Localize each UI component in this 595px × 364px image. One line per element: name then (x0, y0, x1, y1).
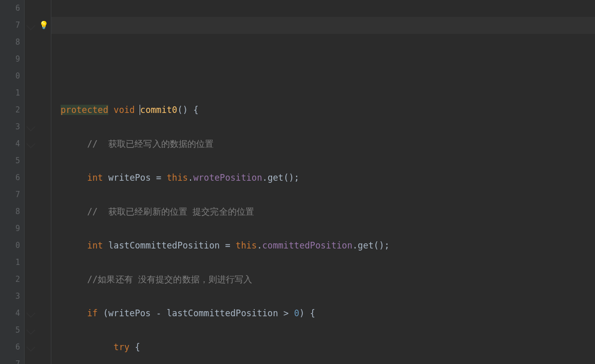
line-number: 7 (0, 186, 20, 203)
fold-toggle-icon[interactable] (27, 326, 35, 335)
line-number: 7 (0, 17, 20, 34)
line-number: 6 (0, 339, 20, 356)
fold-toggle-icon[interactable] (27, 309, 35, 318)
variable: lastCommittedPosition (103, 240, 225, 251)
code-area[interactable]: protected void commit0() { // 获取已经写入的数据的… (51, 0, 595, 364)
line-number: 1 (0, 254, 20, 271)
line-number: 3 (0, 288, 20, 305)
comment: // 获取已经写入的数据的位置 (87, 139, 214, 149)
fold-toggle-icon[interactable] (27, 343, 35, 352)
field-ref: committedPosition (262, 240, 353, 251)
fold-toggle-icon[interactable] (27, 123, 35, 131)
variable: writePos (103, 173, 156, 183)
comment: //如果还有 没有提交的数据，则进行写入 (87, 274, 253, 284)
keyword-int: int (87, 240, 103, 251)
line-number: 2 (0, 102, 20, 119)
line-number: 4 (0, 305, 20, 322)
code-editor[interactable]: 6 7 8 9 0 1 2 3 4 5 6 7 8 9 0 1 2 3 4 5 … (0, 0, 595, 364)
keyword-this: this (167, 173, 188, 183)
brace-open: { (129, 342, 140, 352)
line-number: 5 (0, 322, 20, 339)
line-number: 5 (0, 152, 20, 169)
keyword-if: if (87, 308, 98, 318)
fold-toggle-icon[interactable] (27, 22, 35, 30)
line-number: 9 (0, 220, 20, 237)
line-number: 2 (0, 271, 20, 288)
code-text[interactable]: protected void commit0() { // 获取已经写入的数据的… (51, 51, 595, 364)
line-number: 9 (0, 51, 20, 68)
intention-bulb-icon[interactable]: 💡 (39, 21, 47, 29)
brace-open: { (188, 105, 199, 115)
comment: // 获取已经刷新的位置 提交完全的位置 (87, 206, 254, 217)
editor-annotations-gutter: 💡 (25, 0, 51, 364)
method-call: get (358, 240, 374, 251)
operator-assign: = (156, 173, 161, 183)
number-literal: 0 (294, 308, 299, 318)
line-number-gutter: 6 7 8 9 0 1 2 3 4 5 6 7 8 9 0 1 2 3 4 5 … (0, 0, 25, 364)
field-ref: wrotePosition (193, 173, 262, 183)
line-number: 0 (0, 68, 20, 85)
fold-toggle-icon[interactable] (27, 140, 35, 148)
keyword-void: void (113, 105, 135, 115)
brace-open: { (304, 308, 315, 318)
keyword-protected: protected (61, 105, 108, 115)
line-number: 1 (0, 85, 20, 102)
line-number: 7 (0, 356, 20, 364)
method-call: get (267, 173, 283, 183)
current-line-highlight (51, 17, 595, 34)
line-number: 6 (0, 0, 20, 17)
line-number: 8 (0, 203, 20, 220)
keyword-int: int (87, 173, 103, 183)
line-number: 8 (0, 34, 20, 51)
line-number: 4 (0, 136, 20, 152)
keyword-this: this (236, 240, 257, 251)
line-number: 3 (0, 119, 20, 136)
parentheses: () (177, 105, 188, 115)
method-name: commit0 (140, 105, 177, 115)
line-number: 6 (0, 169, 20, 186)
line-number: 0 (0, 237, 20, 254)
keyword-try: try (113, 342, 129, 352)
